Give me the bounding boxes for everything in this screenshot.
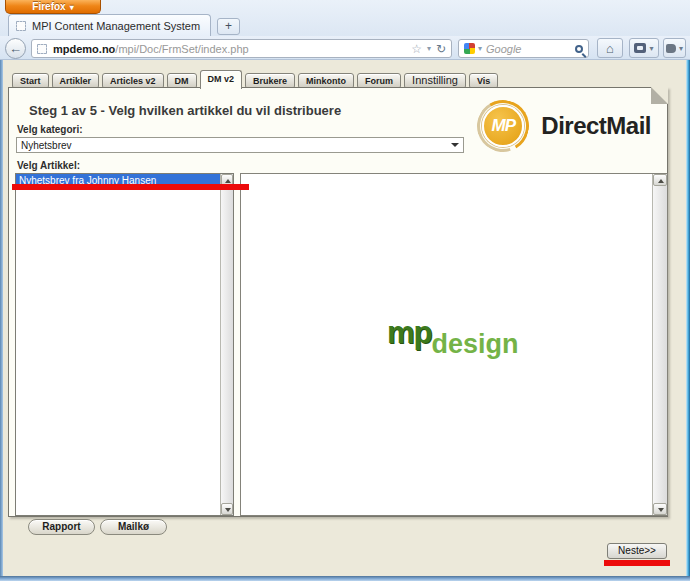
article-listbox[interactable]: Nyhetsbrev fra Johnny Hansen xyxy=(15,173,234,516)
arrow-down-icon xyxy=(225,508,231,512)
mp-logo-circle: MP xyxy=(482,105,524,147)
content-panel: Steg 1 av 5 - Velg hvilken artikkel du v… xyxy=(8,87,668,517)
rapport-button[interactable]: Rapport xyxy=(28,519,95,535)
home-button[interactable]: ⌂ xyxy=(597,38,623,58)
favicon-placeholder-icon xyxy=(37,44,47,54)
url-path: /mpi/Doc/FrmSet/index.php xyxy=(115,43,248,55)
toolbar-extra-icon xyxy=(666,44,676,53)
chevron-down-icon: ▾ xyxy=(649,44,653,53)
red-underline-annotation-next xyxy=(604,560,670,566)
mailko-button[interactable]: Mailkø xyxy=(100,519,167,535)
bookmark-star-icon[interactable]: ☆ xyxy=(411,42,422,56)
arrow-up-icon xyxy=(225,179,231,183)
brand-name: DirectMail xyxy=(541,112,651,140)
google-logo-icon xyxy=(464,43,475,54)
mpdesign-logo: mp design xyxy=(387,319,519,347)
browser-window: Firefox▾ MPI Content Management System v… xyxy=(0,0,690,581)
window-border-left xyxy=(0,60,3,576)
browser-chrome: Firefox▾ MPI Content Management System v… xyxy=(0,0,690,60)
url-dropdown-icon[interactable]: ▾ xyxy=(427,44,431,53)
bookmarks-panel-button[interactable]: ▾ xyxy=(629,38,659,58)
page-title: Steg 1 av 5 - Velg hvilken artikkel du v… xyxy=(29,103,341,118)
next-button[interactable]: Neste>> xyxy=(607,543,667,559)
search-input[interactable]: Google xyxy=(486,43,575,55)
arrow-up-icon xyxy=(658,179,664,183)
window-border-bottom xyxy=(0,576,690,581)
favicon-placeholder-icon xyxy=(16,21,26,31)
article-label: Velg Artikkel: xyxy=(17,160,80,171)
firefox-menu-label: Firefox xyxy=(32,1,65,12)
scroll-down-button[interactable] xyxy=(653,503,667,515)
firefox-menu-button[interactable]: Firefox▾ xyxy=(5,0,101,14)
preview-scrollbar[interactable] xyxy=(652,174,667,515)
browser-tab[interactable]: MPI Content Management System v2.0.... xyxy=(8,14,211,36)
chevron-down-icon: ▾ xyxy=(70,3,74,12)
mp-logo-icon: MP xyxy=(477,100,529,152)
reload-icon[interactable]: ↻ xyxy=(436,42,446,56)
search-box[interactable]: ▾ Google xyxy=(458,39,589,58)
arrow-down-icon xyxy=(658,508,664,512)
mpdesign-logo-design: design xyxy=(432,332,519,356)
category-label: Velg kategori: xyxy=(17,124,83,135)
tab-dm-v2[interactable]: DM v2 xyxy=(200,70,243,89)
url-bar-icons: ☆ ▾ ↻ xyxy=(411,42,446,56)
new-tab-button[interactable]: + xyxy=(217,18,240,35)
category-select[interactable]: Nyhetsbrev xyxy=(16,137,464,153)
list-scrollbar[interactable] xyxy=(220,174,233,515)
browser-tab-title: MPI Content Management System v2.0.... xyxy=(32,20,202,32)
window-border-right xyxy=(686,60,690,576)
scroll-up-button[interactable] xyxy=(653,174,667,186)
article-preview-frame: mp design xyxy=(240,173,668,516)
scroll-down-button[interactable] xyxy=(221,503,233,515)
chevron-down-icon: ▾ xyxy=(679,44,683,53)
directmail-logo: MP DirectMail xyxy=(477,100,651,152)
select-dropdown-icon xyxy=(451,143,459,147)
mpdesign-logo-mp: mp xyxy=(387,319,432,347)
url-bar[interactable]: mpdemo.no /mpi/Doc/FrmSet/index.php ☆ ▾ … xyxy=(31,39,452,58)
category-selected-value: Nyhetsbrev xyxy=(21,140,72,151)
bookmarks-sidebar-icon xyxy=(634,43,646,53)
red-underline-annotation-article xyxy=(12,184,249,190)
search-engine-dropdown-icon[interactable]: ▾ xyxy=(478,44,482,53)
search-magnifier-icon[interactable] xyxy=(575,45,583,53)
page-fold-corner xyxy=(651,87,668,104)
toolbar-extra-button[interactable]: ▾ xyxy=(663,38,686,58)
url-host: mpdemo.no xyxy=(53,43,115,55)
bottom-tab-bar: Rapport Mailkø xyxy=(28,519,167,535)
back-button[interactable]: ← xyxy=(5,38,26,59)
